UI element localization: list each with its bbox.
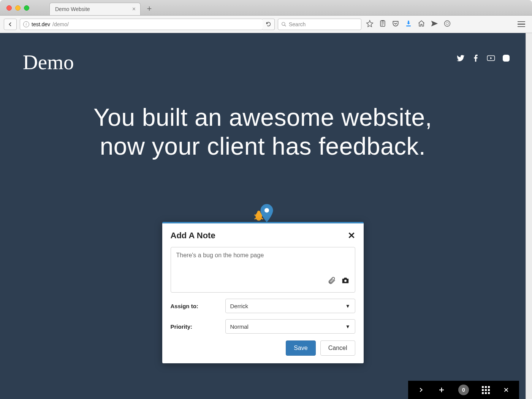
assign-value: Derrick <box>230 303 249 309</box>
assign-label: Assign to: <box>171 303 220 309</box>
priority-select[interactable]: Normal ▼ <box>225 319 355 334</box>
window-maximize-button[interactable] <box>24 5 29 11</box>
extension-icon[interactable] <box>443 20 451 29</box>
add-button[interactable] <box>438 386 445 394</box>
assign-select[interactable]: Derrick ▼ <box>225 299 355 313</box>
note-text: There's a bug on the home page <box>176 252 264 258</box>
save-button[interactable]: Save <box>286 340 315 356</box>
menu-button[interactable] <box>515 18 528 30</box>
modal-close-button[interactable]: ✕ <box>348 230 355 241</box>
hero-line-1: You built an awesome website, <box>0 103 526 132</box>
svg-rect-1 <box>380 21 385 26</box>
scrollbar[interactable] <box>526 33 532 399</box>
svg-point-20 <box>344 280 347 282</box>
window-controls <box>6 5 29 11</box>
browser-toolbar: i test.dev/demo/ Search <box>0 16 532 33</box>
tab-title: Demo Website <box>55 6 90 12</box>
count-badge[interactable]: 0 <box>458 385 469 395</box>
chevron-down-icon: ▼ <box>345 324 350 329</box>
close-toolbar-button[interactable] <box>502 386 510 394</box>
reload-button[interactable] <box>263 19 275 30</box>
add-note-modal: Add A Note ✕ There's a bug on the home p… <box>162 222 364 363</box>
browser-tab-strip: Demo Website × + <box>0 0 532 16</box>
youtube-icon[interactable] <box>487 54 495 64</box>
chevron-down-icon: ▼ <box>345 303 350 309</box>
window-close-button[interactable] <box>6 5 12 11</box>
search-bar[interactable]: Search <box>278 19 361 30</box>
svg-rect-6 <box>406 25 411 27</box>
svg-rect-2 <box>382 20 384 21</box>
toolbar-icons <box>366 20 451 29</box>
priority-value: Normal <box>230 323 249 330</box>
facebook-icon[interactable] <box>472 54 480 64</box>
feedback-toolbar: 0 <box>408 381 519 399</box>
send-icon[interactable] <box>431 20 438 29</box>
download-icon[interactable] <box>405 20 412 29</box>
hero-heading: You built an awesome website, now your c… <box>0 103 526 161</box>
browser-tab[interactable]: Demo Website × <box>49 3 141 15</box>
url-bar[interactable]: i test.dev/demo/ <box>20 19 263 30</box>
attachment-icon[interactable] <box>328 276 336 286</box>
svg-point-8 <box>446 22 449 25</box>
twitter-icon[interactable] <box>456 54 465 64</box>
url-path: /demo/ <box>52 21 69 27</box>
chevron-right-icon[interactable] <box>417 386 425 394</box>
page-content: Demo You built an awesome website, now y… <box>0 33 526 399</box>
pocket-icon[interactable] <box>392 20 399 29</box>
svg-point-19 <box>264 208 269 213</box>
site-info-icon[interactable]: i <box>23 21 29 27</box>
social-links <box>456 54 510 64</box>
svg-point-11 <box>505 57 507 59</box>
note-textarea[interactable]: There's a bug on the home page <box>171 247 355 293</box>
cancel-button[interactable]: Cancel <box>320 340 355 356</box>
camera-icon[interactable] <box>341 276 350 286</box>
site-logo: Demo <box>23 50 74 74</box>
home-icon[interactable] <box>418 20 425 29</box>
bookmark-icon[interactable] <box>366 20 374 29</box>
instagram-icon[interactable] <box>502 54 510 64</box>
url-host: test.dev <box>32 21 50 27</box>
clipboard-icon[interactable] <box>379 20 386 29</box>
window-minimize-button[interactable] <box>15 5 21 11</box>
back-button[interactable] <box>4 19 17 30</box>
priority-label: Priority: <box>171 323 220 330</box>
svg-point-12 <box>508 56 508 57</box>
apps-icon[interactable] <box>482 386 489 394</box>
hero-line-2: now your client has feedback. <box>0 132 526 161</box>
modal-title: Add A Note <box>171 231 215 241</box>
tab-close-icon[interactable]: × <box>132 6 136 13</box>
svg-point-0 <box>282 22 285 25</box>
new-tab-button[interactable]: + <box>144 3 155 14</box>
search-placeholder: Search <box>289 21 306 27</box>
svg-point-7 <box>445 21 450 26</box>
